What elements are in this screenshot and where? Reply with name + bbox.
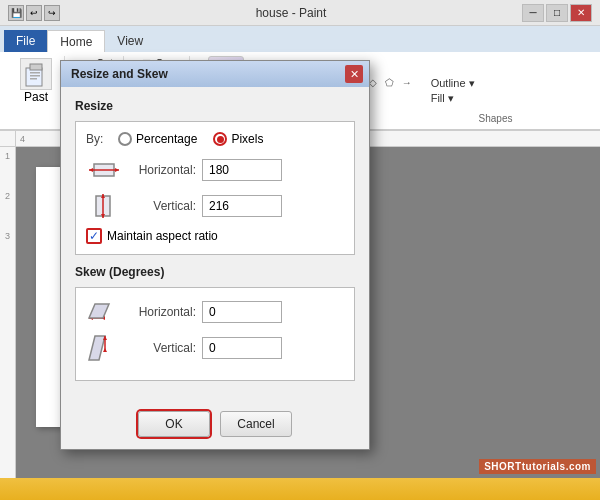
resize-vertical-icon — [86, 192, 122, 220]
pixels-radio-dot — [217, 136, 224, 143]
dialog-close-button[interactable]: ✕ — [345, 65, 363, 83]
vertical-input[interactable] — [202, 195, 282, 217]
resize-section: By: Percentage Pixels — [75, 121, 355, 255]
skew-horizontal-field-row: Horizontal: — [86, 298, 344, 326]
checkmark-icon: ✓ — [89, 230, 99, 242]
maintain-aspect-row: ✓ Maintain aspect ratio — [86, 228, 344, 244]
dialog-titlebar: Resize and Skew ✕ — [61, 61, 369, 87]
skew-vertical-field-row: Vertical: — [86, 334, 344, 362]
skew-horizontal-input[interactable] — [202, 301, 282, 323]
maintain-aspect-label: Maintain aspect ratio — [107, 229, 218, 243]
resize-horizontal-icon — [86, 156, 122, 184]
horizontal-label: Horizontal: — [128, 163, 196, 177]
skew-vertical-icon — [86, 334, 122, 362]
pixels-label: Pixels — [231, 132, 263, 146]
pixels-radio-option[interactable]: Pixels — [213, 132, 263, 146]
skew-section-label: Skew (Degrees) — [75, 265, 355, 279]
dialog-overlay: Resize and Skew ✕ Resize By: Percentage — [0, 0, 600, 500]
vertical-label: Vertical: — [128, 199, 196, 213]
cancel-button[interactable]: Cancel — [220, 411, 292, 437]
percentage-radio-option[interactable]: Percentage — [118, 132, 197, 146]
skew-horizontal-label: Horizontal: — [128, 305, 196, 319]
dialog-title: Resize and Skew — [71, 67, 168, 81]
skew-vertical-label: Vertical: — [128, 341, 196, 355]
resize-skew-dialog: Resize and Skew ✕ Resize By: Percentage — [60, 60, 370, 450]
percentage-label: Percentage — [136, 132, 197, 146]
ok-button[interactable]: OK — [138, 411, 210, 437]
skew-section: Horizontal: Vertical: — [75, 287, 355, 381]
svg-marker-16 — [89, 304, 109, 318]
svg-marker-7 — [89, 168, 93, 172]
horizontal-input[interactable] — [202, 159, 282, 181]
percentage-radio[interactable] — [118, 132, 132, 146]
pixels-radio[interactable] — [213, 132, 227, 146]
horizontal-field-row: Horizontal: — [86, 156, 344, 184]
skew-vertical-input[interactable] — [202, 337, 282, 359]
svg-marker-8 — [115, 168, 119, 172]
resize-section-label: Resize — [75, 99, 355, 113]
by-row: By: Percentage Pixels — [86, 132, 344, 146]
dialog-body: Resize By: Percentage Pixels — [61, 87, 369, 403]
svg-marker-20 — [103, 348, 107, 352]
svg-marker-17 — [89, 336, 105, 360]
skew-horizontal-icon — [86, 298, 122, 326]
dialog-footer: OK Cancel — [61, 403, 369, 449]
by-label: By: — [86, 132, 110, 146]
vertical-field-row: Vertical: — [86, 192, 344, 220]
maintain-aspect-checkbox[interactable]: ✓ — [86, 228, 102, 244]
